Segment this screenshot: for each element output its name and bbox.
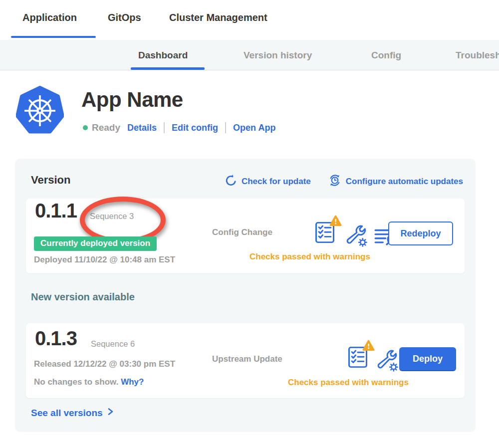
checks-status-current: Checks passed with warnings	[250, 252, 370, 262]
preflight-checklist-icon[interactable]	[314, 221, 335, 246]
version-source-label: Upstream Update	[212, 354, 282, 364]
tab-gitops[interactable]: GitOps	[108, 12, 141, 23]
kubernetes-logo	[16, 86, 64, 136]
version-panel: Version Check for update	[15, 159, 476, 432]
checks-status-available: Checks passed with warnings	[288, 378, 409, 388]
version-source-label: Config Change	[212, 227, 272, 237]
app-status-row: Ready Details Edit config Open App	[83, 121, 275, 134]
currently-deployed-badge: Currently deployed version	[34, 236, 157, 251]
why-link[interactable]: Why?	[121, 377, 144, 387]
no-changes-label: No changes to show.	[34, 377, 118, 387]
version-panel-title: Version	[31, 174, 70, 187]
top-nav: Application GitOps Cluster Management	[0, 0, 499, 40]
tab-troubleshoot[interactable]: Troubleshoot	[456, 50, 499, 61]
tab-dashboard[interactable]: Dashboard	[138, 50, 188, 61]
deployed-timestamp: Deployed 11/10/22 @ 10:48 am EST	[34, 255, 175, 265]
status-dot-icon	[83, 125, 88, 130]
released-timestamp: Released 12/12/22 @ 03:30 pm EST	[34, 359, 175, 369]
available-version-card: 0.1.3 Sequence 6 Released 12/12/22 @ 03:…	[26, 323, 465, 398]
tab-config[interactable]: Config	[371, 50, 401, 61]
open-app-link[interactable]: Open App	[233, 123, 275, 133]
current-version-number: 0.1.1	[35, 200, 77, 222]
details-link[interactable]: Details	[127, 123, 157, 133]
active-tab-underline	[11, 36, 96, 38]
available-version-number: 0.1.3	[35, 327, 77, 350]
deploy-button[interactable]: Deploy	[399, 347, 456, 371]
preflight-checklist-icon[interactable]	[347, 345, 368, 371]
tab-cluster-management[interactable]: Cluster Management	[169, 12, 267, 23]
check-for-update-label: Check for update	[242, 177, 311, 187]
edit-config-link[interactable]: Edit config	[172, 123, 218, 133]
wrench-gear-icon[interactable]	[374, 348, 399, 374]
divider	[225, 122, 226, 133]
divider	[164, 122, 165, 133]
admin-console: Application GitOps Cluster Management Da…	[0, 0, 499, 448]
see-all-versions-link[interactable]: See all versions	[31, 407, 114, 419]
version-panel-actions: Check for update Configure automatic upd…	[225, 174, 463, 189]
warning-triangle-icon	[362, 340, 375, 351]
chevron-right-icon	[107, 407, 114, 419]
see-all-versions-label: See all versions	[31, 408, 103, 419]
warning-triangle-icon	[329, 215, 342, 226]
configure-automatic-updates-button[interactable]: Configure automatic updates	[328, 174, 463, 189]
check-for-update-button[interactable]: Check for update	[225, 174, 311, 189]
tab-version-history[interactable]: Version history	[244, 50, 312, 61]
available-version-sequence: Sequence 6	[91, 339, 135, 349]
app-name-title: App Name	[81, 88, 183, 112]
active-subtab-underline	[131, 67, 205, 70]
wrench-gear-icon[interactable]	[343, 224, 368, 249]
no-changes-text: No changes to show. Why?	[34, 377, 144, 387]
new-version-heading: New version available	[31, 291, 135, 303]
current-version-sequence: Sequence 3	[90, 212, 134, 221]
current-version-card: 0.1.1 Sequence 3 Currently deployed vers…	[26, 199, 465, 273]
refresh-icon	[225, 174, 238, 189]
status-badge: Ready	[92, 122, 120, 133]
schedule-icon	[328, 174, 342, 189]
configure-automatic-updates-label: Configure automatic updates	[346, 177, 463, 187]
app-sub-nav: Dashboard Version history Config Trouble…	[0, 40, 499, 70]
redeploy-button[interactable]: Redeploy	[388, 222, 453, 245]
tab-application[interactable]: Application	[22, 12, 77, 23]
